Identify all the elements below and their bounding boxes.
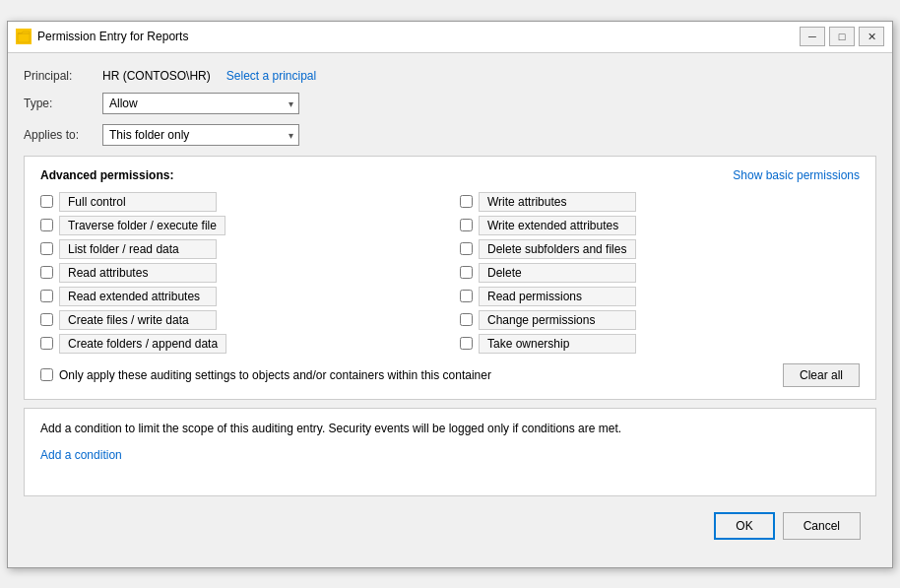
read-attr-checkbox[interactable] — [40, 266, 53, 279]
write-ext-attr-label: Write extended attributes — [479, 216, 636, 235]
dialog-content: Principal: HR (CONTOSO\HR) Select a prin… — [8, 53, 892, 567]
add-condition-link[interactable]: Add a condition — [40, 448, 122, 462]
apply-objects-label: Only apply these auditing settings to ob… — [59, 368, 491, 382]
minimize-button[interactable]: ─ — [800, 27, 825, 46]
window-controls: ─ □ ✕ — [800, 27, 884, 46]
right-permissions-column: Write attributes Write extended attribut… — [460, 192, 860, 354]
applies-to-row: Applies to: This folder only This folder… — [24, 124, 876, 146]
condition-description: Add a condition to limit the scope of th… — [40, 421, 860, 437]
traverse-checkbox[interactable] — [40, 219, 53, 231]
title-bar: Permission Entry for Reports ─ □ ✕ — [8, 22, 892, 53]
apply-objects-checkbox[interactable] — [40, 368, 53, 381]
delete-checkbox[interactable] — [460, 266, 473, 279]
applies-to-select-wrapper: This folder only This folder, subfolders… — [102, 124, 299, 146]
create-files-label: Create files / write data — [59, 310, 217, 330]
create-files-checkbox[interactable] — [40, 313, 53, 326]
list-item: Write extended attributes — [460, 216, 860, 235]
read-perms-label: Read permissions — [479, 287, 636, 306]
ok-button[interactable]: OK — [714, 512, 774, 540]
apply-checkbox-row: Only apply these auditing settings to ob… — [40, 368, 491, 382]
dialog-footer: OK Cancel — [24, 504, 876, 552]
delete-subfolders-checkbox[interactable] — [460, 242, 473, 255]
list-item: Delete subfolders and files — [460, 239, 860, 259]
type-select-wrapper: Allow Deny ▾ — [102, 93, 299, 114]
write-attr-checkbox[interactable] — [460, 195, 473, 208]
full-control-checkbox[interactable] — [40, 195, 53, 208]
left-permissions-column: Full control Traverse folder / execute f… — [40, 192, 440, 354]
list-folder-checkbox[interactable] — [40, 242, 53, 255]
list-item: Take ownership — [460, 334, 860, 354]
list-item: Read permissions — [460, 287, 860, 306]
list-item: Traverse folder / execute file — [40, 216, 440, 235]
advanced-permissions-title: Advanced permissions: — [40, 168, 173, 182]
close-button[interactable]: ✕ — [859, 27, 884, 46]
list-item: Write attributes — [460, 192, 860, 212]
type-row: Type: Allow Deny ▾ — [24, 93, 876, 114]
principal-row: Principal: HR (CONTOSO\HR) Select a prin… — [24, 69, 876, 83]
take-ownership-checkbox[interactable] — [460, 337, 473, 350]
principal-value: HR (CONTOSO\HR) — [102, 69, 211, 83]
list-item: Read extended attributes — [40, 287, 440, 306]
create-folders-label: Create folders / append data — [59, 334, 226, 354]
maximize-button[interactable]: □ — [829, 27, 855, 46]
list-item: Change permissions — [460, 310, 860, 330]
change-perms-label: Change permissions — [479, 310, 636, 330]
applies-to-label: Applies to: — [24, 128, 102, 142]
list-item: Read attributes — [40, 263, 440, 283]
main-window: Permission Entry for Reports ─ □ ✕ Princ… — [7, 21, 893, 568]
list-item: Create files / write data — [40, 310, 440, 330]
list-folder-label: List folder / read data — [59, 239, 217, 259]
type-select[interactable]: Allow Deny — [102, 93, 299, 114]
delete-subfolders-label: Delete subfolders and files — [479, 239, 636, 259]
list-item: Create folders / append data — [40, 334, 440, 354]
svg-rect-0 — [18, 33, 30, 42]
read-attr-label: Read attributes — [59, 263, 217, 283]
type-label: Type: — [24, 97, 102, 110]
read-ext-attr-checkbox[interactable] — [40, 290, 53, 302]
advanced-permissions-header: Advanced permissions: Show basic permiss… — [40, 168, 860, 182]
window-title: Permission Entry for Reports — [37, 30, 800, 43]
list-item: Delete — [460, 263, 860, 283]
full-control-label: Full control — [59, 192, 217, 212]
read-ext-attr-label: Read extended attributes — [59, 287, 217, 306]
permissions-grid: Full control Traverse folder / execute f… — [40, 192, 860, 354]
change-perms-checkbox[interactable] — [460, 313, 473, 326]
write-ext-attr-checkbox[interactable] — [460, 219, 473, 231]
read-perms-checkbox[interactable] — [460, 290, 473, 302]
clear-all-button[interactable]: Clear all — [783, 363, 860, 387]
delete-label: Delete — [479, 263, 636, 283]
apply-row: Only apply these auditing settings to ob… — [40, 363, 860, 387]
select-principal-link[interactable]: Select a principal — [226, 69, 316, 83]
list-item: Full control — [40, 192, 440, 212]
take-ownership-label: Take ownership — [479, 334, 636, 354]
write-attr-label: Write attributes — [479, 192, 636, 212]
window-icon — [16, 29, 32, 44]
condition-panel: Add a condition to limit the scope of th… — [24, 408, 876, 496]
svg-marker-1 — [18, 32, 30, 33]
create-folders-checkbox[interactable] — [40, 337, 53, 350]
advanced-permissions-panel: Advanced permissions: Show basic permiss… — [24, 156, 876, 400]
list-item: List folder / read data — [40, 239, 440, 259]
cancel-button[interactable]: Cancel — [783, 512, 861, 540]
show-basic-link[interactable]: Show basic permissions — [733, 168, 860, 182]
principal-label: Principal: — [24, 69, 102, 83]
applies-to-select[interactable]: This folder only This folder, subfolders… — [102, 124, 299, 146]
traverse-label: Traverse folder / execute file — [59, 216, 225, 235]
